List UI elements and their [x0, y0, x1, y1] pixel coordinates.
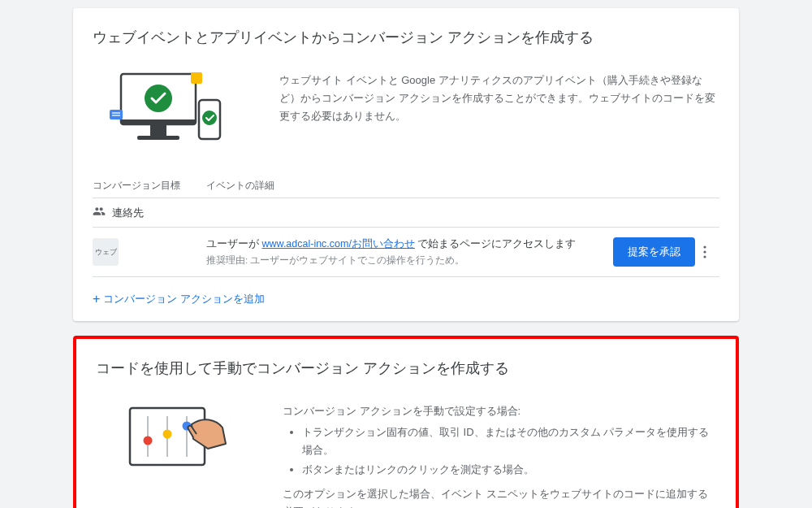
- svg-rect-1: [121, 119, 196, 124]
- contact-icon: [93, 205, 106, 220]
- bullet-transaction: トランザクション固有の値、取引 ID、またはその他のカスタム パラメータを使用す…: [302, 423, 716, 459]
- conversion-suggestion-row: ウェブ ユーザーが www.adcal-inc.com/お問い合わせ で始まるペ…: [93, 228, 719, 277]
- svg-rect-2: [150, 124, 166, 136]
- event-detail-reason: 推奨理由: ユーザーがウェブサイトでこの操作を行うため。: [206, 254, 581, 267]
- sliders-illustration: [96, 397, 250, 479]
- col-detail-header: イベントの詳細: [206, 179, 581, 193]
- card1-description: ウェブサイト イベントと Google アナリティクスのアプリイベント（購入手続…: [279, 67, 719, 125]
- auto-conversion-card: ウェブイベントとアプリイベントからコンバージョン アクションを作成する ウェブサ…: [73, 8, 739, 321]
- bullet-click: ボタンまたはリンクのクリックを測定する場合。: [302, 461, 716, 479]
- event-detail-main: ユーザーが www.adcal-inc.com/お問い合わせ で始まるページにア…: [206, 237, 581, 251]
- svg-rect-5: [191, 72, 202, 84]
- svg-point-12: [703, 250, 706, 253]
- monitor-illustration: [93, 67, 247, 156]
- svg-point-18: [144, 436, 153, 445]
- more-menu-icon[interactable]: [695, 242, 715, 262]
- plus-icon: +: [93, 292, 100, 306]
- goal-label: 連絡先: [112, 206, 144, 220]
- web-badge: ウェブ: [93, 238, 119, 266]
- card2-intro: コンバージョン アクションを手動で設定する場合: トランザクション固有の値、取引…: [96, 397, 716, 508]
- svg-rect-6: [110, 110, 123, 119]
- svg-rect-3: [137, 136, 179, 140]
- svg-point-19: [163, 429, 172, 438]
- add-conversion-action-link[interactable]: + コンバージョン アクションを追加: [93, 292, 265, 306]
- card1-intro: ウェブサイト イベントと Google アナリティクスのアプリイベント（購入手続…: [93, 67, 719, 156]
- card2-title: コードを使用して手動でコンバージョン アクションを作成する: [96, 358, 716, 378]
- url-link[interactable]: www.adcal-inc.com/お問い合わせ: [261, 238, 414, 250]
- goal-group-header: 連絡先: [93, 198, 719, 228]
- col-goal-header: コンバージョン目標: [93, 179, 206, 193]
- approve-suggestion-button[interactable]: 提案を承認: [613, 237, 695, 267]
- card1-title: ウェブイベントとアプリイベントからコンバージョン アクションを作成する: [93, 28, 719, 47]
- svg-point-10: [202, 111, 217, 125]
- card2-description: コンバージョン アクションを手動で設定する場合: トランザクション固有の値、取引…: [283, 397, 716, 508]
- svg-point-11: [703, 245, 706, 248]
- manual-conversion-card: コードを使用して手動でコンバージョン アクションを作成する コンバージョン アク…: [73, 336, 739, 508]
- svg-point-13: [703, 255, 706, 258]
- table-header: コンバージョン目標 イベントの詳細: [93, 179, 719, 198]
